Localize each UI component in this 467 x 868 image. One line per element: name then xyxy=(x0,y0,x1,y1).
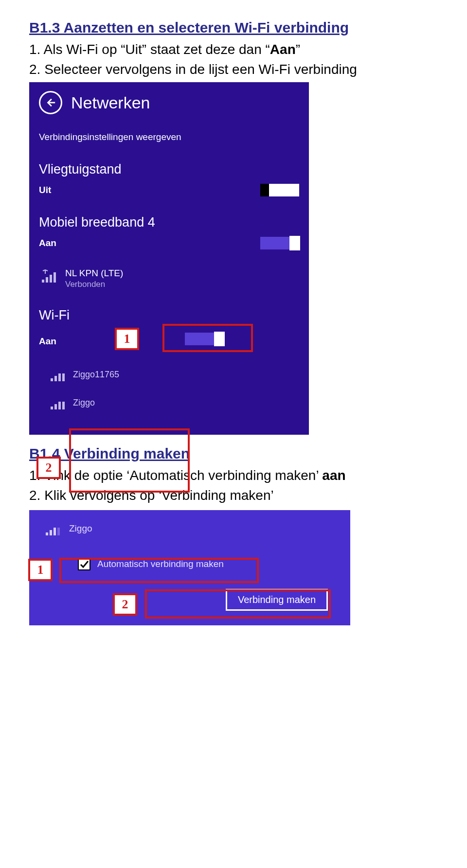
airplane-mode-toggle[interactable] xyxy=(260,184,299,196)
step-1-text: 1. Als Wi-Fi op “Uit” staat zet deze dan… xyxy=(29,40,438,60)
svg-rect-12 xyxy=(62,402,65,409)
broadband-toggle[interactable] xyxy=(260,237,299,249)
svg-rect-5 xyxy=(51,378,53,381)
toggle-knob xyxy=(289,236,300,250)
cellular-signal-icon xyxy=(41,269,57,283)
broadband-status: Verbonden xyxy=(65,280,123,289)
selected-network-item[interactable]: Ziggo xyxy=(45,521,338,536)
svg-rect-13 xyxy=(46,532,48,535)
wifi-signal-icon xyxy=(50,396,66,410)
wifi-network-item[interactable]: Ziggo11765 xyxy=(50,367,299,382)
highlight-frame-network-list xyxy=(69,428,190,493)
wifi-toggle[interactable] xyxy=(185,333,224,345)
svg-rect-2 xyxy=(46,277,48,283)
svg-rect-1 xyxy=(42,280,44,283)
connect-panel: Ziggo Automatisch verbinding maken Verbi… xyxy=(29,510,350,625)
svg-rect-7 xyxy=(58,373,61,381)
airplane-mode-title: Vliegtuigstand xyxy=(39,162,299,177)
svg-rect-11 xyxy=(58,402,61,409)
step-2-text: 2. Selecteer vervolgens in de lijst een … xyxy=(29,60,438,80)
svg-rect-16 xyxy=(57,528,60,535)
networks-panel: Netwerken Verbindingsinstellingen weerge… xyxy=(29,82,309,435)
wifi-network-item[interactable]: Ziggo xyxy=(50,395,299,410)
svg-rect-8 xyxy=(62,373,65,381)
callout-badge-2: 2 xyxy=(113,593,137,616)
wifi-state: Aan xyxy=(39,336,56,347)
toggle-knob xyxy=(260,184,269,196)
svg-rect-14 xyxy=(50,530,52,535)
wifi-signal-icon xyxy=(45,522,61,536)
broadband-connection-item[interactable]: NL KPN (LTE) Verbonden xyxy=(41,268,299,289)
wifi-network-name: Ziggo xyxy=(73,398,95,408)
wifi-network-name: Ziggo11765 xyxy=(73,370,119,380)
selected-network-name: Ziggo xyxy=(69,523,92,534)
panel-title: Netwerken xyxy=(71,93,150,112)
step-1-suffix: ” xyxy=(296,42,300,57)
connection-settings-link[interactable]: Verbindingsinstellingen weergeven xyxy=(39,132,299,142)
svg-rect-10 xyxy=(54,404,57,409)
broadband-state: Aan xyxy=(39,238,56,248)
svg-rect-6 xyxy=(54,376,57,381)
svg-rect-3 xyxy=(50,275,52,283)
arrow-left-icon xyxy=(45,97,56,108)
callout-badge-1: 1 xyxy=(115,328,139,350)
highlight-frame-button xyxy=(145,589,331,619)
broadband-provider: NL KPN (LTE) xyxy=(65,268,123,279)
callout-badge-2: 2 xyxy=(36,457,61,479)
svg-rect-9 xyxy=(51,407,53,409)
back-button[interactable] xyxy=(39,91,62,114)
toggle-knob xyxy=(214,332,225,346)
section-heading-b13: B1.3 Aanzetten en selecteren Wi-Fi verbi… xyxy=(29,19,438,36)
wifi-signal-icon xyxy=(50,368,66,382)
highlight-frame-checkbox xyxy=(59,558,259,583)
svg-rect-15 xyxy=(54,528,56,535)
wifi-title: Wi-Fi xyxy=(39,308,299,323)
step-1-bold: Aan xyxy=(270,42,296,57)
callout-badge-1: 1 xyxy=(28,559,53,581)
broadband-title: Mobiel breedband 4 xyxy=(39,215,299,230)
airplane-mode-state: Uit xyxy=(39,185,51,195)
svg-rect-4 xyxy=(54,272,56,283)
step2-1-bold: aan xyxy=(322,468,345,483)
step-1-prefix: 1. Als Wi-Fi op “Uit” staat zet deze dan… xyxy=(29,42,270,57)
